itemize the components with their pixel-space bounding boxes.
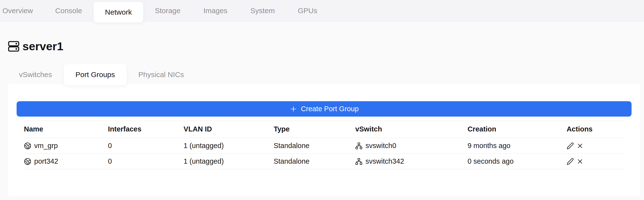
port-group-type: Standalone [274,154,355,169]
port-group-creation: 0 seconds ago [468,154,566,169]
port-group-interfaces: 0 [108,154,184,169]
table-row: port342 0 1 (untagged) Standalone [24,154,624,169]
port-group-name: vm_grp [34,142,58,150]
col-header-interfaces: Interfaces [108,121,184,138]
port-groups-panel: Create Port Group Name Interfaces VLAN I… [8,84,640,196]
col-header-type: Type [274,121,355,138]
tab-console[interactable]: Console [44,0,94,21]
port-group-vlan-id: 1 (untagged) [184,154,274,169]
page-title-row: server1 [7,39,644,53]
globe-icon [24,142,31,150]
port-groups-table-wrap: Name Interfaces VLAN ID Type vSwitch Cre… [24,121,624,169]
create-port-group-label: Create Port Group [301,105,359,113]
table-header-row: Name Interfaces VLAN ID Type vSwitch Cre… [24,121,624,138]
edit-icon[interactable] [566,142,574,150]
tab-network[interactable]: Network [94,2,143,22]
network-icon [355,142,362,150]
delete-icon[interactable] [576,158,584,165]
network-subtabs: vSwitches Port Groups Physical NICs [7,64,644,85]
tab-gpus[interactable]: GPUs [286,0,329,21]
create-port-group-button[interactable]: Create Port Group [16,101,632,117]
tab-images[interactable]: Images [192,0,239,21]
port-group-vlan-id: 1 (untagged) [184,138,274,154]
port-groups-table: Name Interfaces VLAN ID Type vSwitch Cre… [24,121,624,169]
tab-storage[interactable]: Storage [143,0,192,21]
port-group-vswitch: svswitch342 [366,157,404,165]
port-group-creation: 9 months ago [468,138,566,154]
port-group-name: port342 [34,157,58,165]
globe-icon [24,158,31,165]
subtab-physical-nics[interactable]: Physical NICs [127,64,196,85]
port-group-vswitch: svswitch0 [366,142,396,150]
edit-icon[interactable] [566,158,574,165]
port-group-type: Standalone [274,138,355,154]
tab-overview[interactable]: Overview [0,0,44,21]
col-header-vswitch: vSwitch [355,121,468,138]
col-header-vlan-id: VLAN ID [184,121,274,138]
col-header-creation: Creation [468,121,566,138]
tab-system[interactable]: System [239,0,286,21]
page-title: server1 [22,39,63,53]
top-tab-bar: Overview Console Network Storage Images … [0,0,644,21]
delete-icon[interactable] [576,142,584,150]
subtab-port-groups[interactable]: Port Groups [64,64,127,85]
subtab-vswitches[interactable]: vSwitches [7,64,64,85]
plus-icon [290,105,297,113]
col-header-name: Name [24,121,108,138]
col-header-actions: Actions [566,121,624,138]
port-group-interfaces: 0 [108,138,184,154]
table-row: vm_grp 0 1 (untagged) Standalone [24,138,624,154]
server-icon [7,40,20,53]
network-icon [355,158,362,165]
